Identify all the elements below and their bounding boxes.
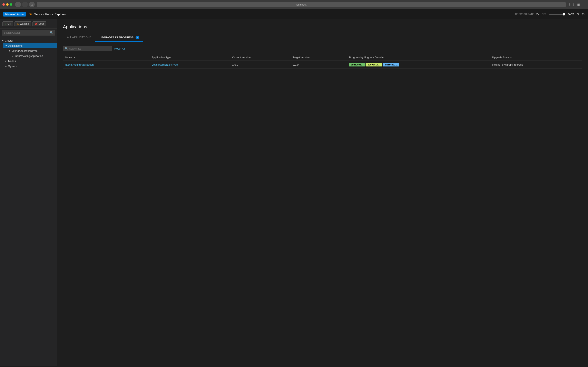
reset-all-button[interactable]: Reset All [114, 47, 125, 50]
tab-upgrades-in-progress[interactable]: UPGRADES IN PROGRESS 1 [95, 34, 143, 42]
tree-item-system: ► System [3, 64, 57, 69]
applications-children: ▼ VotingApplicationType ► fabric:/Voting… [3, 48, 57, 58]
col-type-label: Application Type [152, 56, 171, 59]
app-title-text: Service Fabric Explorer [34, 12, 66, 16]
settings-icon[interactable]: ⚙ [581, 12, 585, 17]
search-container: 🔍 [0, 29, 57, 37]
system-chevron: ► [5, 65, 7, 67]
voting-app-row[interactable]: ► fabric:/VotingApplication [10, 53, 57, 58]
system-row[interactable]: ► System [3, 64, 57, 69]
warning-button[interactable]: ⚠ Warning [15, 21, 31, 26]
col-progress-label: Progress by Upgrade Domain [349, 56, 384, 59]
applications-label: Applications [8, 44, 22, 47]
window-controls [2, 3, 12, 6]
app-name-link[interactable]: fabric:/VotingApplication [65, 63, 94, 66]
nodes-row[interactable]: ► Nodes [3, 58, 57, 64]
status-bar: ✔ OK ⚠ Warning ❌ Error [0, 19, 57, 29]
search-input[interactable] [2, 30, 55, 35]
back-button[interactable]: ‹ [15, 2, 21, 7]
error-button[interactable]: ❌ Error [33, 21, 46, 26]
tree-item-applications: ▼ Applications ▼ VotingApplicationType [3, 43, 57, 58]
col-target-version: Target Version [290, 54, 347, 61]
tree-item-cluster: ▼ Cluster ▼ Applications [0, 38, 57, 69]
ok-label: OK [8, 22, 11, 25]
cell-progress: b9d52c016a...c2e9eff1976...cf68563e16... [347, 61, 490, 69]
name-sort-icon[interactable]: ▲ [73, 57, 76, 59]
data-table: Name ▲ Application Type Current Version … [63, 54, 582, 69]
search-icon: 🔍 [50, 31, 53, 34]
header-row: Name ▲ Application Type Current Version … [63, 54, 582, 61]
nodes-label: Nodes [8, 59, 16, 63]
slider-track[interactable] [549, 14, 565, 15]
cell-target-version: 2.0.0 [290, 61, 347, 69]
domain-cell: c2e9eff1976... [366, 63, 382, 67]
voting-app-label: fabric:/VotingApplication [15, 54, 43, 58]
close-button[interactable] [2, 3, 5, 6]
app-type-link[interactable]: VotingApplicationType [152, 63, 178, 66]
tab-button[interactable]: □ [29, 2, 35, 7]
col-current-version: Current Version [230, 54, 290, 61]
col-name-label: Name [65, 56, 72, 59]
col-state: Upgrade State ▿ [490, 54, 582, 61]
maximize-button[interactable] [10, 3, 12, 6]
sidebar: ✔ OK ⚠ Warning ❌ Error 🔍 [0, 19, 57, 366]
ok-button[interactable]: ✔ OK [2, 21, 13, 26]
domain-cell: b9d52c016a... [349, 63, 365, 67]
state-filter-icon[interactable]: ▿ [510, 57, 511, 59]
minimize-button[interactable] [6, 3, 9, 6]
col-type: Application Type [149, 54, 230, 61]
table-search-input[interactable] [69, 47, 110, 50]
address-bar[interactable] [37, 2, 566, 7]
applications-row[interactable]: ▼ Applications [3, 43, 57, 48]
error-label: Error [39, 22, 44, 25]
domain-cell: cf68563e16... [383, 63, 399, 67]
col-current-version-label: Current Version [232, 56, 251, 59]
download-icon[interactable]: ⇓ [568, 3, 571, 7]
tab-all-applications[interactable]: ALL APPLICATIONS [63, 34, 95, 42]
browser-toolbar: ‹ › □ ⇓ ⇧ ▦ … [0, 0, 588, 9]
voting-app-chevron: ► [11, 55, 14, 57]
nodes-chevron: ► [5, 60, 7, 62]
speed-label: FAST [568, 13, 574, 16]
app-container: Microsoft Azure ✶ Service Fabric Explore… [0, 9, 588, 366]
cluster-label: Cluster [5, 39, 13, 42]
azure-logo[interactable]: Microsoft Azure [3, 12, 26, 17]
table-toolbar: 🔍 Reset All [63, 46, 582, 51]
voting-type-chevron: ▼ [8, 50, 11, 52]
voting-type-row[interactable]: ▼ VotingApplicationType [7, 48, 57, 53]
cluster-chevron: ▼ [2, 40, 4, 42]
cell-state: RollingForwardInProgress [490, 61, 582, 69]
tree-nav: ▼ Cluster ▼ Applications [0, 37, 57, 366]
warning-label: Warning [20, 22, 29, 25]
table-body: fabric:/VotingApplication VotingApplicat… [63, 61, 582, 69]
applications-chevron: ▼ [5, 45, 7, 47]
main-layout: ✔ OK ⚠ Warning ❌ Error 🔍 [0, 19, 588, 366]
tabs-icon[interactable]: ▦ [577, 3, 580, 7]
domain-cells: b9d52c016a...c2e9eff1976...cf68563e16... [349, 63, 487, 67]
refresh-value: 2s [536, 13, 539, 16]
col-state-label: Upgrade State [492, 56, 509, 59]
tab-upgrades-badge: 1 [136, 36, 139, 39]
ok-icon: ✔ [5, 22, 7, 25]
cell-type: VotingApplicationType [149, 61, 230, 69]
nav-buttons: ‹ › □ [15, 2, 35, 7]
refresh-toggle[interactable]: OFF [541, 13, 546, 16]
tabs: ALL APPLICATIONS UPGRADES IN PROGRESS 1 [63, 34, 582, 42]
app-title: ✶ Service Fabric Explorer [29, 12, 66, 17]
table-search: 🔍 [63, 46, 112, 51]
tree-item-nodes: ► Nodes [3, 58, 57, 64]
top-nav-right: REFRESH RATE 2s OFF FAST ↻ ⚙ [515, 12, 585, 17]
voting-type-label: VotingApplicationType [11, 49, 38, 52]
col-target-version-label: Target Version [293, 56, 310, 59]
fabric-icon: ✶ [29, 12, 33, 17]
system-label: System [8, 65, 17, 68]
tab-upgrades-label: UPGRADES IN PROGRESS [99, 36, 134, 39]
more-icon[interactable]: … [582, 3, 586, 6]
error-icon: ❌ [35, 22, 38, 25]
forward-button[interactable]: › [22, 2, 28, 7]
refresh-icon[interactable]: ↻ [576, 12, 579, 16]
cluster-row[interactable]: ▼ Cluster [0, 38, 57, 43]
tab-all-label: ALL APPLICATIONS [67, 36, 91, 39]
top-nav: Microsoft Azure ✶ Service Fabric Explore… [0, 9, 588, 19]
share-icon[interactable]: ⇧ [572, 3, 575, 7]
